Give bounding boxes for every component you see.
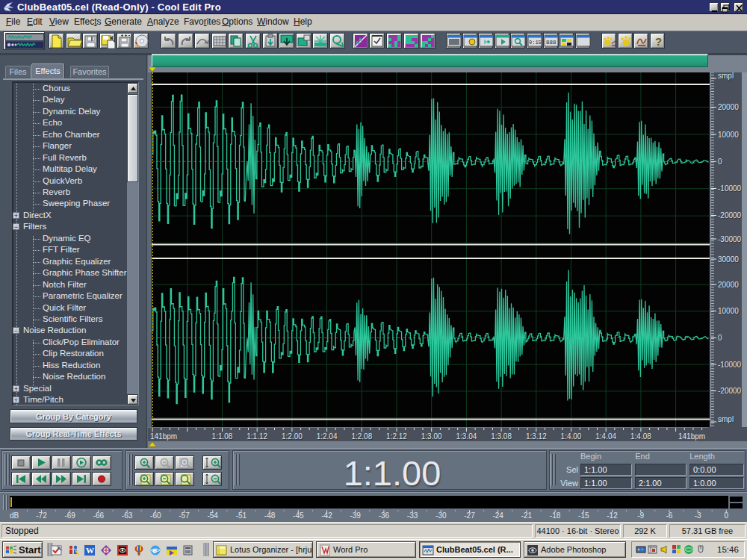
svg-text:1:2.12: 1:2.12 (386, 432, 407, 441)
svg-text:-39: -39 (350, 511, 361, 520)
svg-text:141bpm: 141bpm (150, 432, 177, 441)
svg-text:1:3.00: 1:3.00 (421, 432, 442, 441)
svg-text:-69: -69 (64, 511, 75, 520)
svg-text:-27: -27 (464, 511, 475, 520)
svg-text:-30000: -30000 (718, 235, 742, 243)
svg-text:0:15: 0:15 (529, 40, 542, 46)
svg-text:-54: -54 (207, 511, 218, 520)
svg-text:-48: -48 (264, 511, 276, 520)
svg-text:0: 0 (718, 158, 722, 166)
svg-text:20000: 20000 (718, 281, 739, 289)
svg-text:1:4.08: 1:4.08 (630, 432, 651, 441)
svg-text:1:3.04: 1:3.04 (456, 432, 477, 441)
svg-text:-72: -72 (36, 511, 47, 520)
svg-text:20000: 20000 (718, 103, 739, 111)
svg-text:-24: -24 (492, 511, 503, 520)
svg-text:-18: -18 (550, 511, 561, 520)
svg-text:-20000: -20000 (718, 387, 742, 395)
svg-text:-66: -66 (93, 511, 105, 520)
svg-text:dB: dB (10, 511, 19, 520)
svg-text:1:1.08: 1:1.08 (212, 432, 233, 441)
svg-text:-9: -9 (637, 511, 644, 520)
svg-text:-10000: -10000 (718, 184, 742, 193)
svg-text:-51: -51 (236, 511, 247, 520)
svg-text:e: e (152, 546, 157, 555)
svg-text:smpl: smpl (718, 72, 734, 80)
svg-text:1:4.04: 1:4.04 (595, 432, 616, 441)
svg-text:1:2.00: 1:2.00 (282, 432, 303, 441)
svg-text:-6: -6 (666, 511, 672, 520)
svg-text:1:3.08: 1:3.08 (491, 432, 512, 441)
svg-text:-36: -36 (379, 511, 390, 520)
svg-text:-60: -60 (150, 511, 161, 520)
svg-text:10000: 10000 (718, 307, 739, 315)
svg-text:-45: -45 (293, 511, 304, 520)
svg-text:0: 0 (718, 334, 722, 342)
svg-text:-10000: -10000 (718, 361, 742, 369)
svg-text:-57: -57 (179, 511, 190, 520)
svg-text:888: 888 (546, 40, 557, 46)
svg-text:1:2.08: 1:2.08 (351, 432, 372, 441)
svg-text:-3: -3 (695, 511, 701, 520)
svg-text:-12: -12 (607, 511, 618, 520)
svg-text:?: ? (655, 35, 662, 48)
svg-text:1:3.12: 1:3.12 (526, 432, 547, 441)
svg-text:-21: -21 (521, 511, 533, 520)
svg-text:-33: -33 (407, 511, 418, 520)
svg-text:-20000: -20000 (718, 211, 742, 220)
svg-text:smpl: smpl (718, 415, 734, 423)
svg-text:1:4.00: 1:4.00 (561, 432, 582, 441)
svg-text:0: 0 (725, 511, 729, 520)
svg-text:-42: -42 (321, 511, 332, 520)
svg-text:10000: 10000 (718, 131, 739, 139)
svg-text:141bpm: 141bpm (678, 432, 705, 441)
svg-text:-30: -30 (436, 511, 447, 520)
svg-text:1:2.04: 1:2.04 (317, 432, 338, 441)
svg-text:-15: -15 (578, 511, 589, 520)
svg-text:30000: 30000 (718, 255, 739, 264)
svg-text:W: W (86, 546, 94, 555)
svg-text:1:1.12: 1:1.12 (247, 432, 267, 441)
svg-text:-63: -63 (122, 511, 133, 520)
